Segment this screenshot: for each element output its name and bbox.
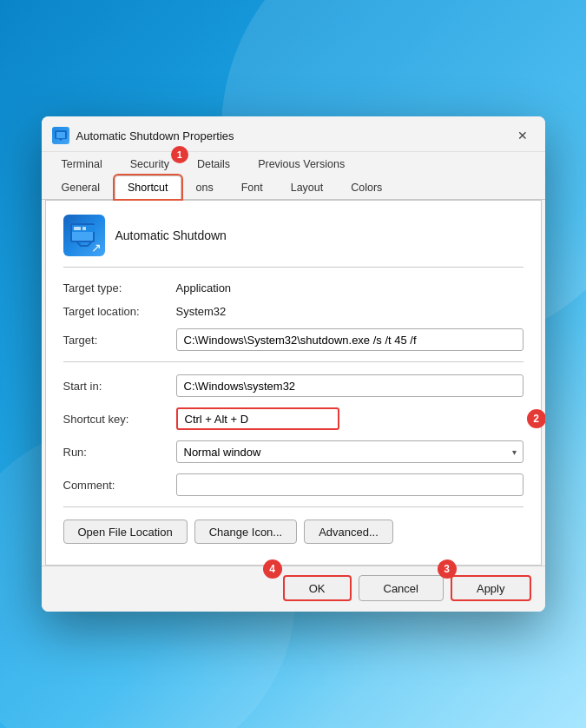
run-select-wrapper: Normal window Minimized Maximized ▾ [176, 440, 523, 463]
tab-shortcut[interactable]: Shortcut [115, 175, 181, 199]
tabs-row-2: General Shortcut ons Font Layout Colors [42, 175, 545, 199]
divider-2 [63, 506, 523, 507]
target-type-row: Target type: Application [63, 281, 523, 295]
app-name: Automatic Shutdown [115, 228, 227, 242]
app-header: Automatic Shutdown [63, 215, 523, 268]
ok-button[interactable]: OK [283, 575, 352, 601]
target-location-value: System32 [176, 305, 227, 318]
tab-font[interactable]: Font [228, 175, 276, 199]
bottom-area: 4 3 OK Cancel Apply [42, 566, 545, 612]
app-icon [63, 215, 105, 256]
target-input[interactable] [176, 328, 523, 351]
close-button[interactable]: ✕ [510, 123, 535, 148]
run-label: Run: [63, 446, 176, 459]
shortcut-key-row: Shortcut key: 2 [63, 407, 523, 430]
comment-input[interactable] [176, 473, 523, 496]
tabs-container: Terminal Security 1 Details Previous Ver… [42, 152, 545, 200]
start-in-row: Start in: [63, 374, 523, 397]
apply-button[interactable]: Apply [451, 575, 531, 601]
tab-previous-versions[interactable]: Previous Versions [245, 152, 358, 175]
svg-rect-5 [82, 227, 86, 230]
app-icon-wrapper [63, 215, 105, 256]
shortcut-key-input[interactable] [176, 407, 339, 430]
start-in-label: Start in: [63, 380, 176, 393]
shortcut-key-badge: 2 [527, 409, 545, 428]
security-tab-badge: 1 [171, 146, 188, 163]
change-icon-button[interactable]: Change Icon... [194, 520, 298, 544]
dialog: Automatic Shutdown Properties ✕ Terminal… [42, 116, 545, 612]
titlebar-left: Automatic Shutdown Properties [52, 127, 234, 144]
cancel-button[interactable]: Cancel [359, 575, 444, 601]
tab-terminal[interactable]: Terminal [49, 152, 115, 175]
target-label: Target: [63, 334, 176, 347]
titlebar: Automatic Shutdown Properties ✕ [42, 116, 545, 152]
target-row: Target: [63, 328, 523, 351]
dialog-title: Automatic Shutdown Properties [76, 129, 234, 142]
shortcut-key-label: Shortcut key: [63, 413, 176, 426]
app-small-icon [52, 127, 69, 144]
action-buttons: Open File Location Change Icon... Advanc… [63, 520, 523, 544]
tab-colors[interactable]: Colors [338, 175, 395, 199]
target-location-label: Target location: [63, 305, 176, 318]
run-row: Run: Normal window Minimized Maximized ▾ [63, 440, 523, 463]
comment-label: Comment: [63, 479, 176, 492]
ok-badge: 4 [263, 559, 282, 579]
tab-general[interactable]: General [49, 175, 113, 199]
main-content: Automatic Shutdown Target type: Applicat… [45, 200, 542, 566]
shortcut-wrapper: 2 [176, 407, 523, 430]
target-type-value: Application [176, 281, 232, 295]
tabs-row-1: Terminal Security 1 Details Previous Ver… [42, 152, 545, 175]
svg-rect-1 [56, 132, 65, 138]
svg-rect-4 [74, 227, 81, 230]
run-select[interactable]: Normal window Minimized Maximized [176, 440, 523, 463]
target-type-label: Target type: [63, 281, 176, 295]
target-location-row: Target location: System32 [63, 305, 523, 318]
tab-layout[interactable]: Layout [278, 175, 337, 199]
advanced-button[interactable]: Advanced... [304, 520, 393, 544]
open-file-location-button[interactable]: Open File Location [63, 520, 188, 544]
tab-security[interactable]: Security 1 [117, 152, 182, 175]
comment-row: Comment: [63, 473, 523, 496]
tab-details[interactable]: Details [184, 152, 243, 175]
start-in-input[interactable] [176, 374, 523, 397]
divider-1 [63, 361, 523, 362]
tab-options[interactable]: ons [183, 175, 227, 199]
apply-badge: 3 [438, 559, 457, 579]
